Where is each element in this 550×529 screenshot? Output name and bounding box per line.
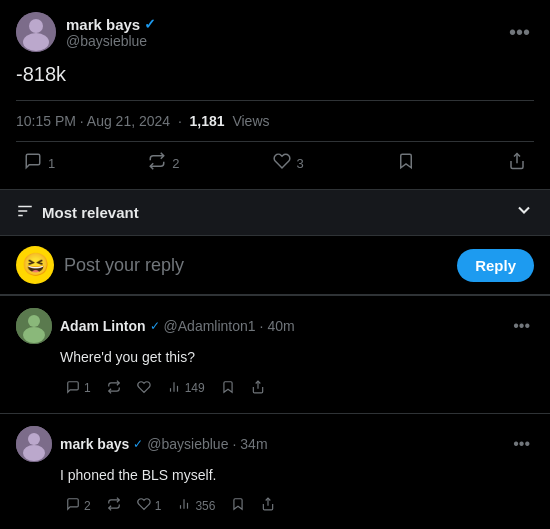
comment-share-adam[interactable] bbox=[245, 376, 271, 401]
comment-bookmark-adam[interactable] bbox=[215, 376, 241, 401]
svg-point-15 bbox=[28, 433, 40, 445]
comment-avatar-mark bbox=[16, 426, 52, 462]
tweet-views-label: Views bbox=[232, 113, 269, 129]
comment-bookmark-icon-mark bbox=[231, 497, 245, 514]
comment-like-adam[interactable] bbox=[131, 376, 157, 401]
reply-input[interactable]: Post your reply bbox=[64, 255, 447, 276]
comment-bookmark-mark[interactable] bbox=[225, 493, 251, 518]
comment-reply-icon-mark bbox=[66, 497, 80, 514]
tweet-views-count: 1,181 bbox=[190, 113, 225, 129]
like-action[interactable]: 3 bbox=[265, 146, 312, 181]
comment-name-adam: Adam Linton bbox=[60, 318, 146, 334]
comment-like-icon-mark bbox=[137, 497, 151, 514]
comment-like-count-mark: 1 bbox=[155, 499, 162, 513]
comment-views-adam: 149 bbox=[161, 376, 211, 401]
comment-share-icon-mark bbox=[261, 497, 275, 514]
tweet-meta: 10:15 PM · Aug 21, 2024 · 1,181 Views bbox=[16, 100, 534, 129]
reply-action[interactable]: 1 bbox=[16, 146, 63, 181]
comment-author-mark: mark bays ✓ @baysieblue · 34m bbox=[16, 426, 268, 462]
reply-button[interactable]: Reply bbox=[457, 249, 534, 282]
share-action[interactable] bbox=[500, 146, 534, 181]
tweet-actions: 1 2 3 bbox=[16, 141, 534, 189]
comment-section: Adam Linton ✓ @Adamlinton1 · 40m ••• Whe… bbox=[0, 295, 550, 529]
comment-views-icon-adam bbox=[167, 380, 181, 397]
verified-icon: ✓ bbox=[144, 16, 156, 32]
like-count: 3 bbox=[297, 156, 304, 171]
reply-count: 1 bbox=[48, 156, 55, 171]
comment-author-adam: Adam Linton ✓ @Adamlinton1 · 40m bbox=[16, 308, 295, 344]
chevron-down-icon bbox=[514, 200, 534, 225]
comment-avatar-adam bbox=[16, 308, 52, 344]
comment-dot-adam: · bbox=[260, 318, 264, 334]
comment-actions-adam: 1 bbox=[60, 376, 534, 401]
comment-views-count-mark: 356 bbox=[195, 499, 215, 513]
comment-views-count-adam: 149 bbox=[185, 381, 205, 395]
comment-text-adam: Where'd you get this? bbox=[60, 348, 534, 368]
sort-icon bbox=[16, 202, 34, 224]
comment-header-mark: mark bays ✓ @baysieblue · 34m ••• bbox=[16, 426, 534, 462]
svg-point-16 bbox=[23, 445, 45, 461]
comment-more-mark[interactable]: ••• bbox=[509, 431, 534, 457]
comment-views-icon-mark bbox=[177, 497, 191, 514]
svg-point-8 bbox=[28, 315, 40, 327]
comment-retweet-icon-mark bbox=[107, 497, 121, 514]
comment-name-mark: mark bays bbox=[60, 436, 129, 452]
author-handle: @baysieblue bbox=[66, 33, 156, 49]
comment-text-mark: I phoned the BLS myself. bbox=[60, 466, 534, 486]
comment-reply-icon-adam bbox=[66, 380, 80, 397]
comment-mark: mark bays ✓ @baysieblue · 34m ••• I phon… bbox=[0, 414, 550, 529]
comment-like-icon-adam bbox=[137, 380, 151, 397]
like-icon bbox=[273, 152, 291, 175]
author-info: mark bays ✓ @baysieblue bbox=[66, 16, 156, 49]
comment-reply-adam[interactable]: 1 bbox=[60, 376, 97, 401]
tweet-content: -818k bbox=[16, 60, 534, 88]
comment-retweet-icon-adam bbox=[107, 380, 121, 397]
composer-avatar: 😆 bbox=[16, 246, 54, 284]
svg-point-2 bbox=[23, 33, 49, 51]
bookmark-action[interactable] bbox=[389, 146, 423, 181]
comment-reply-count-adam: 1 bbox=[84, 381, 91, 395]
comment-name-row-mark: mark bays ✓ @baysieblue · 34m bbox=[60, 436, 268, 452]
comment-retweet-adam[interactable] bbox=[101, 376, 127, 401]
svg-point-9 bbox=[23, 327, 45, 343]
share-icon bbox=[508, 152, 526, 175]
verified-icon-mark: ✓ bbox=[133, 437, 143, 451]
author-name-row: mark bays ✓ bbox=[66, 16, 156, 33]
retweet-icon bbox=[148, 152, 166, 175]
comment-reply-count-mark: 2 bbox=[84, 499, 91, 513]
comment-share-mark[interactable] bbox=[255, 493, 281, 518]
author-avatar bbox=[16, 12, 56, 52]
comment-header-adam: Adam Linton ✓ @Adamlinton1 · 40m ••• bbox=[16, 308, 534, 344]
tweet-header: mark bays ✓ @baysieblue ••• bbox=[16, 12, 534, 52]
bookmark-icon bbox=[397, 152, 415, 175]
comment-more-adam[interactable]: ••• bbox=[509, 313, 534, 339]
sort-bar[interactable]: Most relevant bbox=[0, 190, 550, 236]
comment-bookmark-icon-adam bbox=[221, 380, 235, 397]
comment-handle-mark: @baysieblue bbox=[147, 436, 228, 452]
verified-icon-adam: ✓ bbox=[150, 319, 160, 333]
comment-share-icon-adam bbox=[251, 380, 265, 397]
tweet-author: mark bays ✓ @baysieblue bbox=[16, 12, 156, 52]
reply-icon bbox=[24, 152, 42, 175]
tweet-timestamp: 10:15 PM · Aug 21, 2024 bbox=[16, 113, 170, 129]
reply-composer: 😆 Post your reply Reply bbox=[0, 236, 550, 295]
comment-name-row-adam: Adam Linton ✓ @Adamlinton1 · 40m bbox=[60, 318, 295, 334]
comment-retweet-mark[interactable] bbox=[101, 493, 127, 518]
retweet-count: 2 bbox=[172, 156, 179, 171]
sort-text: Most relevant bbox=[42, 204, 139, 221]
comment-views-mark: 356 bbox=[171, 493, 221, 518]
comment-handle-adam: @Adamlinton1 bbox=[164, 318, 256, 334]
svg-point-1 bbox=[29, 19, 43, 33]
comment-reply-mark[interactable]: 2 bbox=[60, 493, 97, 518]
comment-time-mark: 34m bbox=[240, 436, 267, 452]
comment-actions-mark: 2 1 bbox=[60, 493, 534, 518]
main-tweet: mark bays ✓ @baysieblue ••• -818k 10:15 … bbox=[0, 0, 550, 190]
comment-time-adam: 40m bbox=[267, 318, 294, 334]
comment-like-mark[interactable]: 1 bbox=[131, 493, 168, 518]
more-options-icon[interactable]: ••• bbox=[505, 17, 534, 48]
retweet-action[interactable]: 2 bbox=[140, 146, 187, 181]
comment-adam: Adam Linton ✓ @Adamlinton1 · 40m ••• Whe… bbox=[0, 296, 550, 414]
sort-label: Most relevant bbox=[16, 202, 139, 224]
author-name: mark bays bbox=[66, 16, 140, 33]
comment-dot-mark: · bbox=[232, 436, 236, 452]
